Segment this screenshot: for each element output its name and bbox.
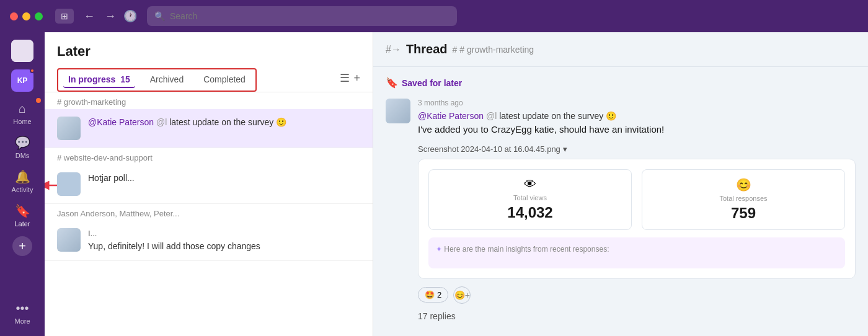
message-content: I... Yup, definitely! I will add those c…	[88, 228, 360, 253]
nav-buttons: ← → 🕐	[81, 9, 137, 24]
stats-card: 👁 Total views 14,032 😊 Total responses 7…	[418, 159, 856, 279]
avatar	[57, 228, 81, 252]
avatar	[386, 99, 410, 123]
activity-icon: 🔔	[15, 169, 30, 184]
message-content: @Katie Paterson @l latest update on the …	[88, 117, 360, 129]
message-text-3: I... Yup, definitely! I will add those c…	[88, 228, 360, 253]
dms-icon: 💬	[15, 135, 30, 150]
thread-message: 3 months ago @Katie Paterson @l latest u…	[386, 99, 856, 321]
middle-panel: Later In progress 15 Archived Completed …	[45, 32, 373, 336]
channel-label-2: # website-dev-and-support	[45, 148, 373, 165]
message-text: @Katie Paterson @l latest update on the …	[88, 117, 360, 129]
tabs-container: In progress 15 Archived Completed	[57, 68, 257, 92]
dropdown-icon[interactable]: ▾	[563, 144, 567, 154]
titlebar: ⊞ ← → 🕐 🔍	[0, 0, 868, 32]
message-body-1: latest update on the survey 🙂	[169, 117, 286, 127]
replies-count: 17 replies	[418, 311, 856, 321]
message-content: Hotjar poll...	[88, 172, 360, 185]
insights-icon: ✦	[436, 245, 442, 254]
thread-main-text: I've added you to CrazyEgg katie, should…	[418, 123, 856, 137]
search-icon: 🔍	[154, 11, 165, 21]
sidebar-item-dms[interactable]: 💬 DMs	[4, 131, 41, 163]
reactions-row: 🤩 2 😊+	[418, 286, 856, 304]
responses-label: Total responses	[652, 195, 835, 202]
notification-dot	[30, 68, 35, 73]
responses-stat: 😊 Total responses 759	[642, 169, 845, 230]
sidebar-item-more[interactable]: ••• More	[4, 298, 41, 329]
thread-text-preview: @Katie Paterson @l latest update on the …	[418, 110, 856, 123]
avatar	[57, 172, 81, 196]
message-text-2: Hotjar poll...	[88, 172, 360, 185]
icon-sidebar: KP ⌂ Home 💬 DMs 🔔 Activity 🔖 Later + •••…	[0, 32, 45, 336]
right-header: #→ Thread # # growth-marketing	[373, 32, 868, 67]
user-avatar[interactable]: KP	[11, 69, 33, 92]
add-workspace-button[interactable]: +	[12, 236, 32, 256]
insights-text: Here are the main insights from recent r…	[444, 245, 609, 254]
right-content: 🔖 Saved for later 3 months ago @Katie Pa…	[373, 67, 868, 336]
search-input[interactable]	[170, 11, 450, 21]
thread-title: Thread	[406, 42, 448, 56]
views-stat: 👁 Total views 14,032	[428, 169, 632, 230]
bookmark-icon: 🔖	[386, 77, 398, 89]
add-button[interactable]: +	[353, 71, 360, 85]
back-button[interactable]: ←	[81, 9, 97, 24]
minimize-button[interactable]	[22, 12, 30, 20]
views-value: 14,032	[439, 204, 621, 221]
sidebar-item-home[interactable]: ⌂ Home	[4, 98, 41, 129]
workspace-avatar[interactable]	[11, 40, 33, 62]
close-button[interactable]	[10, 12, 18, 20]
views-icon: 👁	[439, 177, 621, 192]
page-title: Later	[57, 43, 360, 60]
saved-banner: 🔖 Saved for later	[386, 77, 856, 89]
reaction-button[interactable]: 🤩 2	[418, 287, 448, 303]
thread-channel: # # growth-marketing	[453, 45, 534, 55]
thread-body: 3 months ago @Katie Paterson @l latest u…	[418, 99, 856, 321]
tab-completed[interactable]: Completed	[198, 72, 250, 88]
thread-text-suffix: latest update on the survey 🙂	[499, 111, 616, 121]
views-label: Total views	[439, 194, 621, 201]
forward-button[interactable]: →	[102, 9, 118, 24]
filter-button[interactable]: ☰	[340, 71, 350, 85]
thread-meta: 3 months ago	[418, 99, 856, 107]
tab-in-progress[interactable]: In progress 15	[63, 72, 135, 88]
main-content: KP ⌂ Home 💬 DMs 🔔 Activity 🔖 Later + •••…	[0, 32, 868, 336]
search-bar[interactable]: 🔍	[147, 6, 457, 26]
mention-2: @l	[156, 117, 167, 127]
responses-value: 759	[652, 205, 835, 222]
responses-icon: 😊	[652, 177, 835, 192]
home-icon: ⌂	[19, 102, 26, 116]
add-reaction-button[interactable]: 😊+	[453, 286, 471, 304]
right-panel: #→ Thread # # growth-marketing 🔖 Saved f…	[373, 32, 868, 336]
screenshot-label: Screenshot 2024-04-10 at 16.04.45.png ▾	[418, 144, 856, 154]
mention-1: @Katie Paterson	[88, 117, 154, 127]
channel-label-1: # growth-marketing	[45, 92, 373, 109]
later-icon: 🔖	[15, 203, 30, 218]
sidebar-item-activity[interactable]: 🔔 Activity	[4, 166, 41, 197]
thread-mention-1: @Katie Paterson	[418, 111, 484, 121]
history-button[interactable]: 🕐	[123, 9, 137, 24]
message-list: # growth-marketing @Katie Paterson @l la…	[45, 92, 373, 336]
list-item[interactable]: I... Yup, definitely! I will add those c…	[45, 221, 373, 261]
thread-icon: #→	[386, 44, 401, 55]
list-item[interactable]: @Katie Paterson @l latest update on the …	[45, 109, 373, 148]
thread-mention-2: @l	[486, 111, 497, 121]
avatar	[57, 117, 81, 140]
channel-label-3: Jason Anderson, Matthew, Peter...	[45, 204, 373, 221]
sidebar-toggle-button[interactable]: ⊞	[55, 9, 74, 24]
bookmark-wrapper	[57, 172, 81, 196]
middle-header: Later In progress 15 Archived Completed …	[45, 32, 373, 92]
tab-archived[interactable]: Archived	[145, 72, 188, 88]
list-item[interactable]: Hotjar poll...	[45, 165, 373, 204]
maximize-button[interactable]	[35, 12, 43, 20]
insights-box: ✦ Here are the main insights from recent…	[428, 237, 845, 268]
sidebar-item-later[interactable]: 🔖 Later	[4, 200, 41, 231]
more-icon: •••	[16, 301, 29, 316]
timestamp: 3 months ago	[418, 99, 463, 107]
stats-row: 👁 Total views 14,032 😊 Total responses 7…	[428, 169, 845, 230]
traffic-lights	[10, 12, 43, 20]
